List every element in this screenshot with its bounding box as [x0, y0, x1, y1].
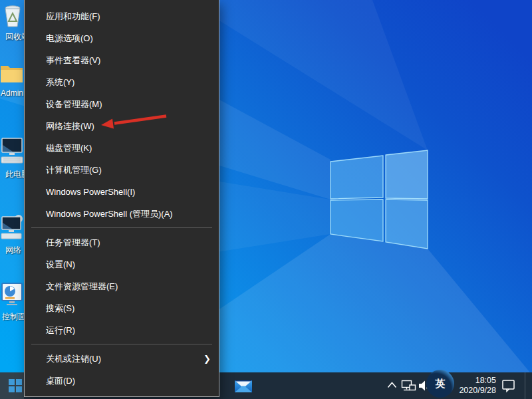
desktop-icon-recycle-bin[interactable]: 回收站 — [0, 4, 24, 41]
menu-item-computer-management[interactable]: 计算机管理(G) — [25, 159, 219, 181]
menu-item-device-manager[interactable]: 设备管理器(M) — [25, 93, 219, 115]
menu-item-powershell[interactable]: Windows PowerShell(I) — [25, 181, 219, 203]
menu-item-shutdown-signout[interactable]: 关机或注销(U) ❯ — [25, 348, 219, 370]
taskbar-clock[interactable]: 18:05 2020/9/28 — [448, 376, 496, 396]
clock-time: 18:05 — [448, 376, 496, 386]
menu-item-network-connections[interactable]: 网络连接(W) — [25, 115, 219, 137]
menu-item-settings[interactable]: 设置(N) — [25, 253, 219, 275]
submenu-chevron-right-icon: ❯ — [203, 354, 211, 364]
ime-language-indicator[interactable]: 英 — [436, 378, 446, 390]
this-pc-icon — [1, 137, 23, 165]
control-panel-icon — [1, 282, 23, 307]
mail-taskbar-icon[interactable] — [234, 376, 253, 395]
winx-context-menu: 应用和功能(F) 电源选项(O) 事件查看器(V) 系统(Y) 设备管理器(M)… — [24, 0, 219, 397]
menu-item-run[interactable]: 运行(R) — [25, 319, 219, 341]
desktop-icon-this-pc[interactable]: 此电脑 — [0, 137, 24, 179]
menu-item-system[interactable]: 系统(Y) — [25, 71, 219, 93]
menu-item-powershell-admin[interactable]: Windows PowerShell (管理员)(A) — [25, 203, 219, 225]
recycle-bin-icon — [3, 4, 23, 28]
folder-icon — [0, 63, 23, 84]
menu-separator — [31, 344, 212, 344]
tray-network-icon[interactable] — [401, 380, 416, 392]
desktop-screen: 回收站 Administrator 此电脑 网络 — [0, 0, 532, 399]
winx-menu-list: 应用和功能(F) 电源选项(O) 事件查看器(V) 系统(Y) 设备管理器(M)… — [25, 0, 219, 397]
desktop-icon-label: 回收站 — [0, 32, 24, 41]
desktop-icon-label: 网络 — [0, 245, 24, 255]
desktop-icon-label: 控制面板 — [0, 312, 24, 321]
windows-start-icon — [9, 379, 22, 392]
menu-item-search[interactable]: 搜索(S) — [25, 297, 219, 319]
desktop-icon-network[interactable]: 网络 — [0, 214, 24, 255]
desktop-icon-administrator-folder[interactable]: Administrator — [0, 63, 24, 98]
action-center-icon[interactable] — [501, 378, 517, 394]
menu-item-event-viewer[interactable]: 事件查看器(V) — [25, 49, 219, 71]
menu-item-disk-management[interactable]: 磁盘管理(K) — [25, 137, 219, 159]
network-icon — [1, 214, 23, 241]
start-button[interactable] — [0, 372, 24, 399]
menu-item-desktop[interactable]: 桌面(D) — [25, 370, 219, 392]
show-desktop-button[interactable] — [525, 372, 525, 399]
desktop-icon-label: 此电脑 — [0, 170, 24, 179]
desktop-icon-control-panel[interactable]: 控制面板 — [0, 282, 24, 321]
menu-item-task-manager[interactable]: 任务管理器(T) — [25, 231, 219, 253]
tray-chevron-up-icon[interactable] — [387, 382, 397, 388]
menu-item-file-explorer[interactable]: 文件资源管理器(E) — [25, 275, 219, 297]
desktop-icon-label: Administrator — [0, 88, 24, 98]
clock-date: 2020/9/28 — [448, 386, 496, 396]
menu-item-apps-features[interactable]: 应用和功能(F) — [25, 5, 219, 27]
menu-item-power-options[interactable]: 电源选项(O) — [25, 27, 219, 49]
menu-separator — [31, 227, 212, 228]
